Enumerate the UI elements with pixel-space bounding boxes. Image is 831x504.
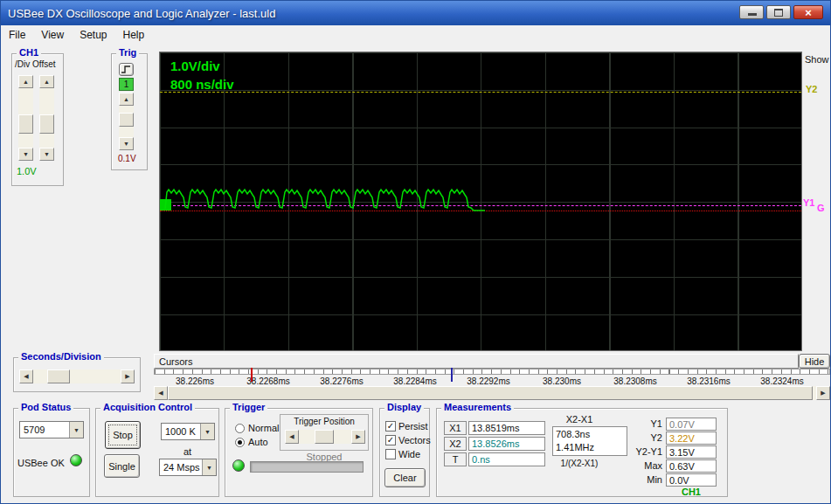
ch1-offset-scroll-thumb[interactable] [39, 114, 54, 134]
y2-measure-label: Y2 [631, 432, 662, 443]
waveform-scroll-thumb[interactable] [168, 386, 813, 400]
buffer-size-dropdown[interactable]: 1000 K ▼ [161, 423, 215, 440]
show-channels-button[interactable]: Show [805, 54, 829, 65]
ch1-div-down-arrow-icon[interactable]: ▼ [18, 148, 33, 161]
hide-cursors-button[interactable]: Hide [799, 354, 830, 369]
dropdown-arrow-icon[interactable]: ▼ [69, 422, 83, 438]
trig-panel-title: Trig [116, 47, 139, 58]
seconds-division-scrollbar[interactable]: ◀ ▶ [19, 369, 135, 383]
trigger-position-slider[interactable]: ◀ ▶ [285, 430, 365, 444]
ch1-offset-up-arrow-icon[interactable]: ▲ [39, 75, 54, 88]
sample-rate-dropdown[interactable]: 24 Msps ▼ [159, 459, 217, 476]
timebase-left-arrow-icon[interactable]: ◀ [19, 369, 33, 383]
single-button[interactable]: Single [104, 454, 140, 478]
close-button[interactable]: × [793, 5, 823, 19]
pod-status-text: USBee OK [17, 458, 65, 468]
pod-id-value: 5709 [20, 422, 69, 438]
x1-label: X1 [444, 421, 467, 435]
waveform-position-scrollbar[interactable]: ◀ ▶ [154, 386, 830, 400]
ch1-panel-title: CH1 [17, 47, 41, 58]
menu-item-view[interactable]: View [33, 26, 72, 44]
title-bar[interactable]: USBee DX Oscilloscope and Logic Analyzer… [1, 1, 830, 25]
ch1-offset-down-arrow-icon[interactable]: ▼ [39, 148, 54, 161]
trigger-level-up-arrow-icon[interactable]: ▲ [119, 93, 134, 106]
trigger-level-scroll-track[interactable] [119, 106, 134, 137]
x1-value: 13.8519ms [468, 421, 545, 435]
dropdown-arrow-icon[interactable]: ▼ [202, 459, 216, 475]
timebase-scroll-track[interactable] [33, 369, 121, 383]
measurement-channel-label: CH1 [666, 487, 717, 497]
acquisition-progress-bar [250, 461, 364, 473]
ch1-div-scrollbar[interactable]: ▲ ▼ [18, 75, 33, 161]
display-panel: Display ✓ Persist ✓ Vectors Wide Clear [379, 408, 430, 497]
dropdown-arrow-icon[interactable]: ▼ [200, 424, 214, 439]
stop-button[interactable]: Stop [105, 421, 141, 449]
t-value: 0.ns [468, 452, 545, 466]
time-tick-label: 38.2276ms [320, 376, 363, 386]
trigger-position-right-arrow-icon[interactable]: ▶ [351, 430, 365, 444]
waveform-plot [160, 52, 803, 352]
ch1-offset-scroll-track[interactable] [39, 88, 54, 148]
display-panel-title: Display [384, 402, 424, 412]
inverse-delta-x-label: 1/(X2-X1) [540, 459, 619, 468]
buffer-size-value: 1000 K [162, 424, 200, 439]
acquisition-control-title: Acquisition Control [100, 402, 195, 412]
scroll-right-arrow-icon[interactable]: ▶ [816, 386, 830, 400]
ch1-volts-per-div-value: 1.0V [17, 166, 37, 176]
trigger-normal-label[interactable]: Normal [248, 423, 279, 433]
sample-rate-value: 24 Msps [160, 459, 202, 475]
persist-checkbox[interactable]: ✓ [385, 421, 396, 432]
at-label: at [184, 446, 191, 457]
x2-cursor-marker[interactable] [451, 368, 453, 382]
timebase-right-arrow-icon[interactable]: ▶ [121, 369, 135, 383]
menu-item-setup[interactable]: Setup [72, 26, 114, 44]
minimize-button[interactable] [739, 5, 764, 19]
trigger-position-thumb[interactable] [315, 430, 334, 444]
waveform-scroll-track[interactable] [168, 386, 816, 400]
app-window: USBee DX Oscilloscope and Logic Analyzer… [0, 0, 831, 504]
trigger-level-scroll-thumb[interactable] [119, 113, 134, 127]
ch1-div-up-arrow-icon[interactable]: ▲ [18, 75, 33, 88]
scope-display[interactable]: 1.0V/div 800 ns/div [159, 52, 802, 351]
y2-cursor-label[interactable]: Y2 [806, 84, 817, 94]
x2-value: 13.8526ms [468, 437, 545, 451]
scope-scale-readout: 1.0V/div 800 ns/div [170, 57, 234, 93]
y1-value: 0.07V [666, 418, 717, 431]
maximize-icon [774, 9, 783, 17]
ch1-div-scroll-track[interactable] [18, 88, 33, 148]
trigger-normal-radio[interactable] [235, 424, 245, 433]
maximize-button[interactable] [766, 5, 791, 19]
y1-cursor-label[interactable]: Y1 [803, 197, 814, 208]
clear-button[interactable]: Clear [384, 468, 426, 487]
trigger-auto-radio[interactable] [235, 438, 245, 447]
vectors-label[interactable]: Vectors [398, 435, 431, 445]
trigger-level-down-arrow-icon[interactable]: ▼ [119, 137, 134, 150]
pod-select-dropdown[interactable]: 5709 ▼ [19, 421, 84, 438]
menu-item-help[interactable]: Help [115, 26, 153, 44]
time-tick-label: 38.226ms [176, 376, 214, 386]
trigger-slope-button[interactable] [119, 63, 134, 76]
window-controls: × [739, 5, 823, 19]
time-tick-label: 38.2324ms [760, 376, 803, 386]
trigger-channel-button[interactable]: 1 [119, 78, 134, 91]
timebase-scroll-thumb[interactable] [47, 369, 70, 383]
trigger-position-frame: Trigger Position ◀ ▶ [280, 414, 369, 451]
trigger-position-track[interactable] [299, 430, 351, 444]
min-label: Min [631, 474, 662, 485]
trigger-position-left-arrow-icon[interactable]: ◀ [285, 430, 299, 444]
delta-x-box: 708.3ns 1.41MHz [552, 426, 627, 456]
menu-bar: File View Setup Help [1, 25, 830, 45]
menu-item-file[interactable]: File [1, 26, 33, 44]
wide-label[interactable]: Wide [398, 449, 420, 459]
window-title: USBee DX Oscilloscope and Logic Analyzer… [8, 7, 275, 20]
y2-value: 3.22V [666, 432, 717, 445]
x1-cursor-marker[interactable] [251, 368, 253, 382]
ch1-div-scroll-thumb[interactable] [18, 114, 33, 134]
trigger-level-scrollbar[interactable]: ▲ ▼ [119, 93, 134, 150]
ch1-offset-scrollbar[interactable]: ▲ ▼ [39, 75, 54, 161]
wide-checkbox[interactable] [385, 449, 396, 459]
persist-label[interactable]: Persist [398, 421, 428, 432]
scroll-left-arrow-icon[interactable]: ◀ [154, 386, 168, 400]
trigger-auto-label[interactable]: Auto [248, 437, 268, 447]
vectors-checkbox[interactable]: ✓ [385, 435, 396, 445]
